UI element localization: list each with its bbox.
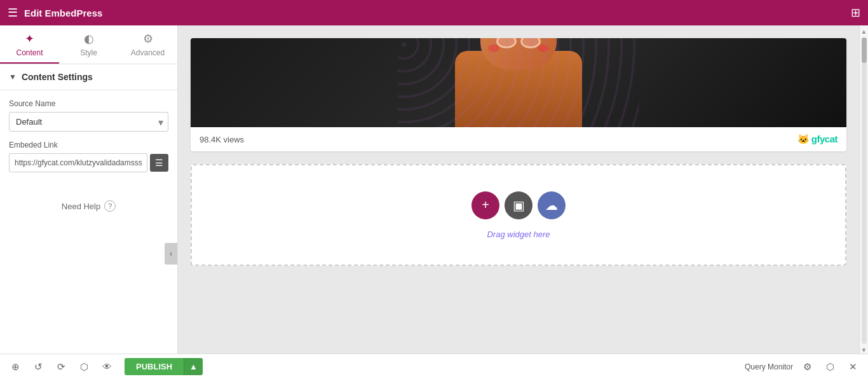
plus-icon: + xyxy=(482,198,489,212)
expand-icon[interactable]: ⬡ xyxy=(821,358,839,376)
publish-group: PUBLISH ▲ xyxy=(125,358,203,375)
source-name-label: Source Name xyxy=(9,99,168,108)
canvas-area: 98.4K views 🐱 gfycat + ▣ ☁ Drag widget h… xyxy=(178,25,859,354)
form-section: Source Name Default Custom ▾ Embeded Lin… xyxy=(0,90,177,190)
app-title: Edit EmbedPress xyxy=(24,8,102,18)
help-icon: ? xyxy=(104,200,116,212)
embed-link-row: https://gfycat.com/klutzyvalidadamssst ☰ xyxy=(9,153,168,172)
need-help-label: Need Help xyxy=(62,202,100,211)
embed-card: 98.4K views 🐱 gfycat xyxy=(191,38,846,151)
cloud-button[interactable]: ☁ xyxy=(538,191,566,219)
source-name-select[interactable]: Default Custom xyxy=(9,112,168,132)
drag-text-after: here xyxy=(531,230,550,239)
scrollbar-track[interactable] xyxy=(862,38,867,344)
drop-zone-buttons: + ▣ ☁ xyxy=(471,191,566,219)
layers-icon[interactable]: ⊕ xyxy=(6,358,24,376)
gfycat-logo: 🐱 gfycat xyxy=(797,134,837,145)
bottom-bar: ⊕ ↺ ⟳ ⬡ 👁 PUBLISH ▲ Query Monitor ⚙ ⬡ ✕ xyxy=(0,354,868,379)
responsive-icon[interactable]: ⬡ xyxy=(75,358,93,376)
publish-button[interactable]: PUBLISH xyxy=(125,358,184,375)
widget-highlight: widget xyxy=(507,230,531,239)
drag-text-before: Drag xyxy=(487,230,507,239)
content-settings-header[interactable]: ▼ Content Settings xyxy=(0,64,177,90)
main-layout: ✦ Content ◐ Style ⚙ Advanced ▼ Content S… xyxy=(0,25,868,354)
settings-icon[interactable]: ⚙ xyxy=(798,358,816,376)
tab-advanced[interactable]: ⚙ Advanced xyxy=(118,25,177,64)
grid-icon[interactable]: ⊞ xyxy=(851,6,860,20)
top-bar: ☰ Edit EmbedPress ⊞ xyxy=(0,0,868,25)
source-name-group: Source Name Default Custom ▾ xyxy=(9,99,168,132)
close-icon[interactable]: ✕ xyxy=(844,358,862,376)
undo-icon[interactable]: ↺ xyxy=(29,358,47,376)
list-icon: ☰ xyxy=(155,158,163,168)
tab-bar: ✦ Content ◐ Style ⚙ Advanced xyxy=(0,25,177,64)
right-scrollbar: ▲ ▼ xyxy=(859,25,868,354)
source-name-select-wrapper: Default Custom ▾ xyxy=(9,112,168,132)
embed-link-button[interactable]: ☰ xyxy=(150,154,168,172)
publish-dropdown-button[interactable]: ▲ xyxy=(184,358,203,375)
folder-button[interactable]: ▣ xyxy=(505,191,532,219)
style-tab-label: Style xyxy=(80,48,97,57)
content-tab-label: Content xyxy=(16,48,43,57)
content-settings-title: Content Settings xyxy=(22,72,93,82)
hamburger-icon[interactable]: ☰ xyxy=(8,6,18,20)
embed-link-input[interactable]: https://gfycat.com/klutzyvalidadamssst xyxy=(9,153,147,172)
drop-text: Drag widget here xyxy=(487,230,550,239)
embed-link-label: Embeded Link xyxy=(9,141,168,149)
collapse-sidebar-button[interactable]: ‹ xyxy=(165,243,177,265)
preview-icon[interactable]: 👁 xyxy=(98,358,116,376)
tab-content[interactable]: ✦ Content xyxy=(0,25,59,64)
style-tab-icon: ◐ xyxy=(84,32,94,46)
redo-icon[interactable]: ⟳ xyxy=(52,358,70,376)
scroll-down-arrow[interactable]: ▼ xyxy=(861,347,867,354)
scrollbar-thumb[interactable] xyxy=(862,38,867,63)
chevron-down-icon: ▼ xyxy=(9,72,17,81)
query-monitor-label: Query Monitor xyxy=(745,362,793,371)
need-help[interactable]: Need Help ? xyxy=(0,190,177,222)
drop-zone: + ▣ ☁ Drag widget here xyxy=(191,164,846,266)
cloud-icon: ☁ xyxy=(545,198,558,213)
folder-icon: ▣ xyxy=(513,198,525,213)
content-tab-icon: ✦ xyxy=(25,32,34,46)
scroll-up-arrow[interactable]: ▲ xyxy=(861,28,867,35)
add-widget-button[interactable]: + xyxy=(471,191,499,219)
bottom-right: Query Monitor ⚙ ⬡ ✕ xyxy=(745,358,862,376)
embed-footer: 98.4K views 🐱 gfycat xyxy=(191,127,846,151)
tab-style[interactable]: ◐ Style xyxy=(59,25,118,64)
embed-link-group: Embeded Link https://gfycat.com/klutzyva… xyxy=(9,141,168,172)
chevron-left-icon: ‹ xyxy=(170,249,172,258)
advanced-tab-label: Advanced xyxy=(131,48,165,57)
embed-media xyxy=(191,38,846,127)
sidebar: ✦ Content ◐ Style ⚙ Advanced ▼ Content S… xyxy=(0,25,178,354)
advanced-tab-icon: ⚙ xyxy=(143,32,153,46)
view-count: 98.4K views xyxy=(200,135,244,144)
